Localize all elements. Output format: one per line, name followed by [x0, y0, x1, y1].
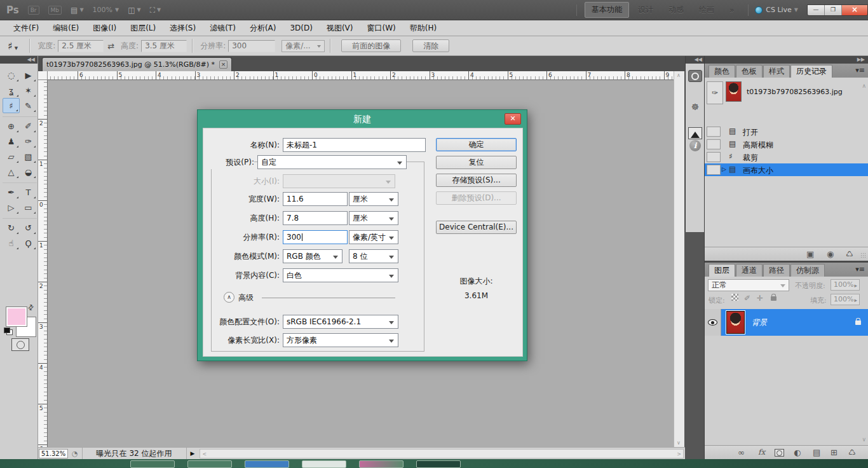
bit-depth-select[interactable]: 8 位 — [349, 249, 398, 263]
history-item-canvas-size[interactable]: ▷ ▤ 画布大小 — [705, 163, 868, 176]
delete-layer-icon[interactable]: ♺ — [848, 448, 856, 457]
dodge-tool[interactable]: ◒ — [20, 164, 37, 179]
width-unit-select[interactable]: 厘米 — [349, 192, 398, 206]
quick-mask-button[interactable] — [11, 338, 29, 351]
swap-colors-icon[interactable]: ⇄ — [26, 303, 36, 313]
menu-view[interactable]: 视图(V) — [320, 20, 360, 36]
info-panel-icon[interactable] — [689, 140, 701, 151]
menu-file[interactable]: 文件(F) — [6, 20, 46, 36]
layers-panel-menu-icon[interactable] — [855, 265, 865, 273]
front-image-button[interactable]: 前面的图像 — [341, 39, 401, 52]
taskbar-thumbnail[interactable] — [416, 460, 461, 468]
scroll-up-icon[interactable]: ∧ — [677, 72, 681, 78]
lock-transparency-icon[interactable] — [731, 294, 738, 301]
crop-height-field[interactable]: 3.5 厘米 — [141, 40, 187, 52]
resize-grip[interactable] — [860, 252, 867, 259]
workspace-design-button[interactable]: 设计 — [632, 3, 660, 17]
view-extras-icon[interactable]: ▤ — [71, 6, 78, 15]
crop-resolution-field[interactable]: 300 — [228, 40, 275, 52]
scroll-down-icon[interactable]: ∨ — [677, 440, 681, 446]
width-input[interactable]: 11.6 — [283, 192, 348, 206]
menu-help[interactable]: 帮助(H) — [403, 20, 444, 36]
vertical-scrollbar[interactable]: ∧ ∨ — [674, 71, 684, 447]
hand-tool[interactable]: ☝ — [3, 235, 20, 251]
snapshot-thumbnail[interactable] — [726, 81, 742, 102]
menu-select[interactable]: 选择(S) — [163, 20, 203, 36]
magic-wand-tool[interactable]: ✶ — [20, 83, 37, 98]
opacity-value[interactable]: 100% — [831, 279, 860, 291]
blur-tool[interactable]: △ — [3, 164, 20, 179]
tab-styles[interactable]: 样式 — [763, 65, 790, 78]
lasso-tool[interactable]: ʓ — [3, 83, 20, 98]
minimize-button[interactable] — [808, 5, 825, 15]
lock-position-icon[interactable]: ✛ — [757, 294, 763, 303]
tab-layers[interactable]: 图层 — [709, 264, 735, 277]
menu-image[interactable]: 图像(I) — [86, 20, 123, 36]
resolution-input[interactable]: 300 — [283, 230, 348, 244]
history-item-open[interactable]: ▤ 打开 — [705, 125, 868, 138]
collapse-dock-icon[interactable]: ◀◀ — [686, 56, 704, 64]
pen-tool[interactable]: ✒ — [3, 184, 20, 200]
cs-live-button[interactable]: CS Live ▼ — [755, 6, 798, 14]
layer-visibility-well[interactable] — [705, 309, 721, 336]
scroll-right-icon[interactable]: > — [677, 451, 681, 457]
brush-tool[interactable]: ✐ — [20, 118, 37, 134]
tab-color[interactable]: 颜色 — [709, 65, 735, 78]
history-item-crop[interactable]: ♯ 裁剪 — [705, 151, 868, 163]
preset-select[interactable]: 自定 — [257, 155, 407, 169]
snapshot-name[interactable]: t01973b797082563963.jpg — [747, 88, 843, 96]
save-preset-button[interactable]: 存储预设(S)... — [436, 174, 517, 187]
foreground-color-swatch[interactable] — [6, 307, 27, 326]
collapse-tools-icon[interactable]: ◀◀ — [0, 56, 37, 64]
zoom-level-control[interactable]: 100% — [93, 6, 112, 14]
crop-tool[interactable]: ♯ — [3, 98, 20, 113]
taskbar-thumbnail[interactable] — [130, 460, 175, 468]
taskbar-thumbnail[interactable] — [359, 460, 403, 468]
screen-mode-icon[interactable]: ⛶ — [150, 6, 155, 15]
layer-style-icon[interactable]: fx — [758, 448, 765, 457]
tab-channels[interactable]: 通道 — [736, 264, 763, 277]
ok-button[interactable]: 确定 — [436, 138, 517, 151]
history-brush-tool[interactable]: ✑ — [20, 134, 37, 149]
clear-button[interactable]: 清除 — [412, 39, 449, 52]
document-tab[interactable]: t01973b797082563963.jpg @ 51.3%(RGB/8#) … — [42, 57, 232, 71]
height-input[interactable]: 7.8 — [283, 211, 348, 225]
menu-3d[interactable]: 3D(D) — [283, 20, 319, 36]
add-layer-mask-icon[interactable] — [775, 449, 784, 457]
color-profile-select[interactable]: sRGB IEC61966-2.1 — [283, 315, 398, 329]
reset-button[interactable]: 复位 — [436, 156, 517, 169]
lock-all-icon[interactable] — [771, 296, 776, 301]
advanced-collapse-icon[interactable] — [224, 292, 234, 303]
panel-scroll-down-icon[interactable]: ∨ — [862, 436, 866, 443]
eraser-tool[interactable]: ▱ — [3, 149, 20, 164]
background-contents-select[interactable]: 白色 — [283, 268, 398, 282]
close-button[interactable] — [842, 5, 867, 15]
device-central-button[interactable]: Device Central(E)... — [436, 221, 517, 234]
taskbar-thumbnail[interactable] — [245, 460, 289, 468]
mini-bridge-button[interactable]: Mb — [48, 6, 62, 15]
tab-swatches[interactable]: 色板 — [736, 65, 763, 78]
tab-paths[interactable]: 路径 — [763, 264, 790, 277]
new-snapshot-icon[interactable]: ◉ — [827, 249, 834, 259]
workspace-overflow-button[interactable]: » — [723, 4, 740, 17]
bridge-button[interactable]: Br — [28, 6, 39, 15]
tool-preset-caret-icon[interactable]: ▼ — [15, 46, 18, 51]
zoom-tool[interactable]: Ϙ — [20, 235, 37, 251]
resolution-unit-select[interactable]: 像素/英寸 — [349, 230, 398, 244]
horizontal-scrollbar[interactable]: < > — [200, 449, 684, 458]
new-layer-icon[interactable]: ⊞ — [831, 448, 837, 457]
lock-paint-icon[interactable]: ✐ — [744, 294, 750, 303]
new-document-from-state-icon[interactable]: ▣ — [806, 249, 814, 259]
3d-orbit-tool[interactable]: ↺ — [20, 220, 37, 235]
3d-rotate-tool[interactable]: ↻ — [3, 220, 20, 235]
healing-brush-tool[interactable]: ⊕ — [3, 118, 20, 134]
history-item-gaussian-blur[interactable]: ▤ 高斯模糊 — [705, 138, 868, 151]
gradient-tool[interactable]: ▧ — [20, 149, 37, 164]
shape-tool[interactable]: ▭ — [20, 200, 37, 215]
resolution-unit-select[interactable]: 像素/... — [281, 40, 325, 52]
scroll-left-icon[interactable]: < — [202, 451, 207, 457]
swap-dimensions-icon[interactable]: ⇄ — [107, 41, 114, 51]
link-layers-icon[interactable]: ∞ — [738, 448, 745, 457]
workspace-basic-button[interactable]: 基本功能 — [585, 2, 629, 18]
restore-button[interactable] — [825, 5, 842, 15]
